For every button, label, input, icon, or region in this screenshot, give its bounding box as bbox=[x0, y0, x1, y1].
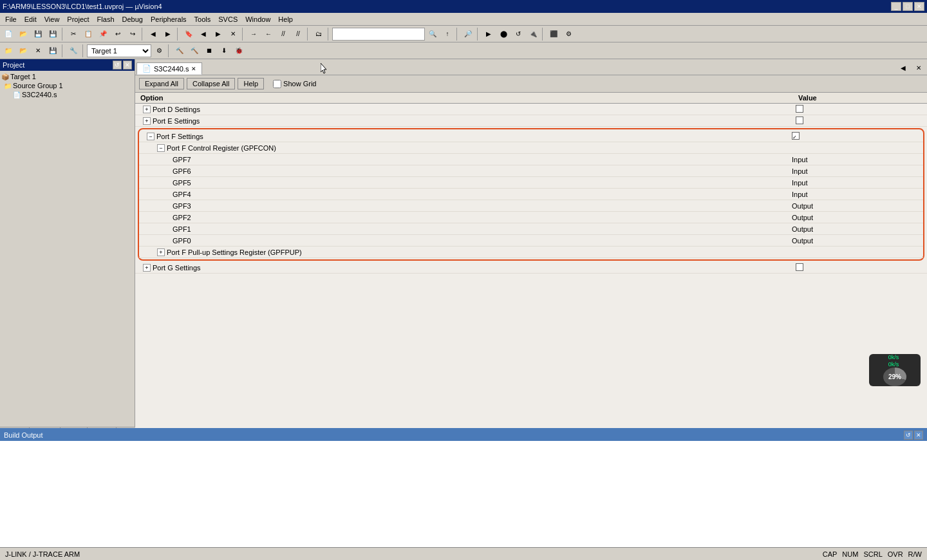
search-combo[interactable] bbox=[332, 28, 425, 41]
comment-button[interactable]: // bbox=[276, 27, 290, 41]
proj-save-button[interactable]: 💾 bbox=[46, 44, 60, 58]
debug-start-button[interactable]: 🐞 bbox=[232, 44, 246, 58]
row-port-g[interactable]: + Port G Settings bbox=[135, 262, 927, 274]
save-all-button[interactable]: 💾 bbox=[46, 27, 60, 41]
target-settings-button[interactable]: ⚙ bbox=[152, 44, 166, 58]
tab-close-all[interactable]: ✕ bbox=[912, 61, 926, 75]
row-gpf6[interactable]: GPF6 Input bbox=[139, 165, 923, 177]
expand-gpfpup[interactable]: + bbox=[157, 248, 165, 256]
port-d-checkbox[interactable] bbox=[796, 105, 803, 113]
port-f-checkbox[interactable] bbox=[792, 132, 800, 140]
tab-s3c2440[interactable]: 📄 S3C2440.s ✕ bbox=[136, 62, 202, 75]
menu-window[interactable]: Window bbox=[241, 14, 274, 24]
row-gpf5[interactable]: GPF5 Input bbox=[139, 177, 923, 189]
build-close-btn[interactable]: ✕ bbox=[914, 431, 923, 440]
menu-help[interactable]: Help bbox=[274, 14, 297, 24]
indent-button[interactable]: → bbox=[247, 27, 261, 41]
expand-all-button[interactable]: Expand All bbox=[139, 78, 184, 89]
target-select[interactable]: Target 1 bbox=[87, 44, 151, 57]
bookmark-clear-button[interactable]: ✕ bbox=[226, 27, 240, 41]
row-port-f[interactable]: − Port F Settings bbox=[139, 131, 923, 142]
tab-scroll-left[interactable]: ◀ bbox=[896, 61, 910, 75]
show-grid-checkbox[interactable] bbox=[273, 80, 281, 88]
row-gpf3[interactable]: GPF3 Output bbox=[139, 200, 923, 212]
menu-peripherals[interactable]: Peripherals bbox=[147, 14, 191, 24]
find-prev-button[interactable]: ↑ bbox=[440, 27, 454, 41]
help-button[interactable]: Help bbox=[238, 78, 264, 89]
row-gpf2[interactable]: GPF2 Output bbox=[139, 212, 923, 223]
display-button[interactable]: ⬛ bbox=[547, 27, 561, 41]
proj-open-button[interactable]: 📂 bbox=[16, 44, 30, 58]
save-button[interactable]: 💾 bbox=[31, 27, 45, 41]
sep4 bbox=[242, 28, 245, 41]
tab-close-button[interactable]: ✕ bbox=[191, 66, 196, 72]
row-gpf7[interactable]: GPF7 Input bbox=[139, 154, 923, 165]
download-button[interactable]: ⬇ bbox=[217, 44, 231, 58]
port-e-checkbox[interactable] bbox=[796, 117, 803, 124]
uncomment-button[interactable]: // bbox=[291, 27, 305, 41]
tree-item-s3c2440[interactable]: 📄 S3C2440.s bbox=[13, 90, 133, 99]
expand-port-d[interactable]: + bbox=[143, 106, 151, 113]
debug-run-button[interactable]: ▶ bbox=[482, 27, 496, 41]
build-refresh-btn[interactable]: ↺ bbox=[904, 431, 913, 440]
menu-edit[interactable]: Edit bbox=[21, 14, 41, 24]
menu-view[interactable]: View bbox=[41, 14, 64, 24]
tree-item-sourcegroup1[interactable]: 📁 Source Group 1 bbox=[4, 81, 133, 90]
build-button[interactable]: 🔨 bbox=[173, 44, 187, 58]
find-button[interactable]: 🔍 bbox=[426, 27, 440, 41]
row-gpf1[interactable]: GPF1 Output bbox=[139, 223, 923, 235]
stop-build-button[interactable]: ⏹ bbox=[202, 44, 216, 58]
settings-button[interactable]: ⚙ bbox=[561, 27, 576, 41]
panel-close-button[interactable]: ✕ bbox=[123, 61, 132, 70]
paste-button[interactable]: 📌 bbox=[96, 27, 110, 41]
menu-debug[interactable]: Debug bbox=[118, 14, 147, 24]
unindent-button[interactable]: ← bbox=[261, 27, 276, 41]
maximize-button[interactable]: □ bbox=[903, 2, 913, 11]
expand-gpfcon[interactable]: − bbox=[157, 144, 165, 152]
bookmark-button[interactable]: 🔖 bbox=[182, 27, 196, 41]
tree-item-target1[interactable]: 📦 Target 1 bbox=[1, 72, 133, 81]
menu-flash[interactable]: Flash bbox=[93, 14, 118, 24]
bookmark-prev-button[interactable]: ◀ bbox=[196, 27, 211, 41]
row-gpf0[interactable]: GPF0 Output bbox=[139, 235, 923, 247]
minimize-button[interactable]: _ bbox=[891, 2, 901, 11]
debug-stop-button[interactable]: ⬤ bbox=[496, 27, 510, 41]
new-button[interactable]: 📄 bbox=[1, 27, 15, 41]
port-d-value bbox=[796, 105, 924, 114]
menu-tools[interactable]: Tools bbox=[191, 14, 215, 24]
proj-close-button[interactable]: ✕ bbox=[31, 44, 45, 58]
open-file-button[interactable]: 🗂 bbox=[312, 27, 326, 41]
row-port-d[interactable]: + Port D Settings bbox=[135, 104, 927, 115]
nav-back-button[interactable]: ◀ bbox=[146, 27, 160, 41]
menu-file[interactable]: File bbox=[1, 14, 21, 24]
s3c2440-label: S3C2440.s bbox=[22, 91, 57, 98]
expand-port-f[interactable]: − bbox=[147, 133, 154, 140]
menu-svcs[interactable]: SVCS bbox=[214, 14, 241, 24]
debug-connect-button[interactable]: 🔌 bbox=[526, 27, 540, 41]
zoom-button[interactable]: 🔎 bbox=[461, 27, 475, 41]
redo-button[interactable]: ↪ bbox=[126, 27, 140, 41]
proj-new-button[interactable]: 📁 bbox=[1, 44, 15, 58]
debug-reset-button[interactable]: ↺ bbox=[511, 27, 525, 41]
close-button[interactable]: ✕ bbox=[914, 2, 924, 11]
expand-port-e[interactable]: + bbox=[143, 117, 151, 125]
nav-forward-button[interactable]: ▶ bbox=[161, 27, 175, 41]
open-button[interactable]: 📂 bbox=[16, 27, 30, 41]
row-gpfpup[interactable]: + Port F Pull-up Settings Register (GPFP… bbox=[139, 247, 923, 258]
collapse-all-button[interactable]: Collapse All bbox=[187, 78, 235, 89]
panel-refresh-button[interactable]: ↺ bbox=[113, 61, 122, 70]
port-g-checkbox[interactable] bbox=[796, 263, 803, 271]
row-gpfcon[interactable]: − Port F Control Register (GPFCON) bbox=[139, 142, 923, 154]
rebuild-button[interactable]: 🔨 bbox=[187, 44, 201, 58]
undo-button[interactable]: ↩ bbox=[111, 27, 125, 41]
bookmark-next-button[interactable]: ▶ bbox=[211, 27, 225, 41]
copy-button[interactable]: 📋 bbox=[81, 27, 95, 41]
cut-button[interactable]: ✂ bbox=[66, 27, 80, 41]
left-panel-buttons: ↺ ✕ bbox=[113, 61, 132, 70]
row-gpf4[interactable]: GPF4 Input bbox=[139, 189, 923, 200]
target-options-button[interactable]: 🔧 bbox=[66, 44, 80, 58]
menu-project[interactable]: Project bbox=[63, 14, 93, 24]
row-port-e[interactable]: + Port E Settings bbox=[135, 115, 927, 127]
expand-port-g[interactable]: + bbox=[143, 264, 151, 272]
speed-up: 0k/s bbox=[888, 354, 899, 360]
